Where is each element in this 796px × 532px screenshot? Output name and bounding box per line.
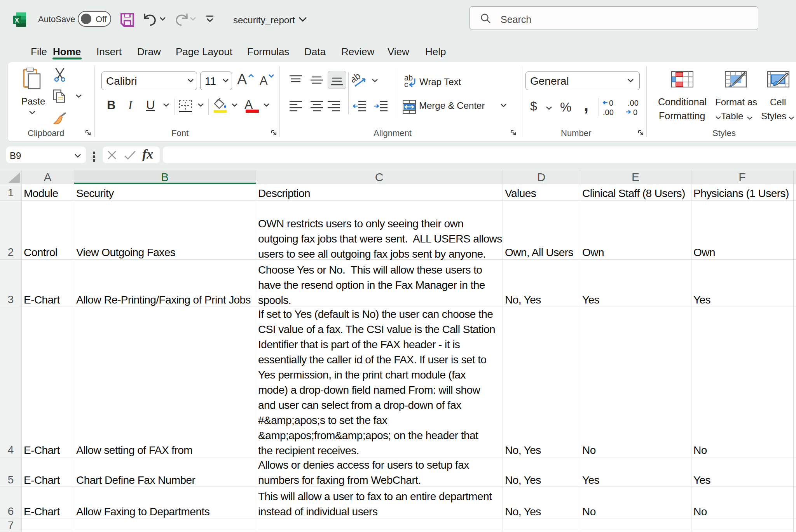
svg-text:.00: .00 (628, 99, 639, 107)
svg-text:.00: .00 (603, 108, 614, 116)
svg-text:c: c (404, 80, 408, 88)
svg-text:0: 0 (609, 99, 613, 107)
svg-text:0: 0 (633, 108, 637, 116)
svg-text:X: X (15, 17, 19, 24)
svg-text:ab: ab (352, 74, 362, 85)
